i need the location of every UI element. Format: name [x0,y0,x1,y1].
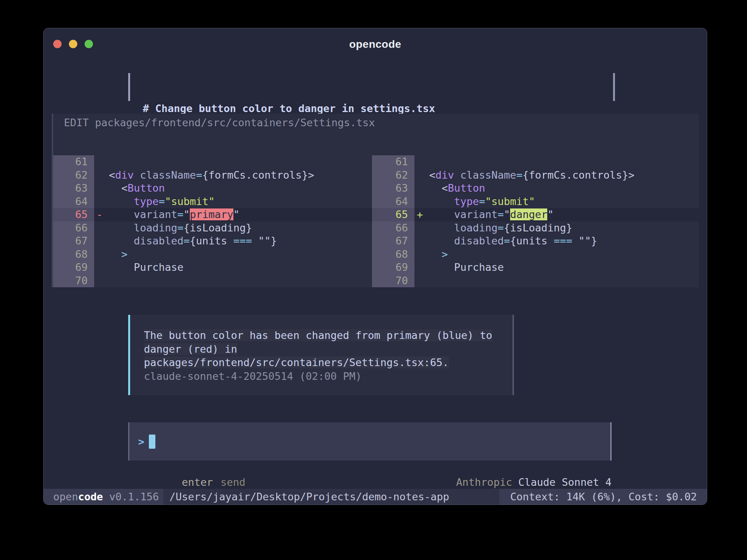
line-number: 62 [53,169,94,182]
code-line: type="submit" [414,195,699,208]
diff-row: 70 [53,274,372,288]
text-cursor [149,435,155,449]
diff-row: 69 Purchase [53,261,372,274]
code-line: <Button [414,182,699,195]
code-line [414,155,699,169]
line-number: 62 [372,169,414,182]
enter-key-hint: enter [182,476,213,488]
line-number: 69 [53,261,94,274]
screen: opencode # Change button color to danger… [0,0,747,560]
model-label: Claude Sonnet 4 [518,476,612,488]
message-line: danger (red) in [144,342,512,356]
code-line: disabled={units === ""} [94,234,372,248]
code-line: <div className={formCs.controls}> [414,169,699,182]
user-prompt-block: # Change button color to danger in setti… [128,73,615,101]
diff-row: 61 [372,155,699,169]
prompt-left-bar [128,73,130,101]
diff-row: 63 <Button [372,182,699,195]
prompt-right-bar [613,73,615,101]
code-line: loading={isLoading} [94,221,372,235]
line-number: 63 [372,182,414,195]
edit-file-header: EDIT packages/frontend/src/containers/Se… [64,117,375,129]
line-number: 68 [53,248,94,261]
diff-row: 69 Purchase [372,261,699,274]
code-line: Purchase [94,261,372,274]
line-number: 65 [372,208,414,221]
line-number: 67 [372,234,414,248]
chat-input[interactable]: > [128,422,612,461]
line-number: 70 [53,274,94,288]
diff-pane-left: 6162 <div className={formCs.controls}>63… [53,155,372,287]
line-number: 63 [53,182,94,195]
send-action-hint: send [220,476,245,488]
diff-row: 67 disabled={units === ""} [372,234,699,248]
diff-row: 66 loading={isLoading} [53,221,372,235]
app-version: opencode v0.1.156 [44,489,163,505]
model-timestamp: claude-sonnet-4-20250514 (02:00 PM) [144,370,512,383]
diff-row: 70 [372,274,699,288]
code-line: > [94,248,372,261]
code-line [414,274,699,288]
diff-row: 62 <div className={formCs.controls}> [53,169,372,182]
line-number: 66 [372,221,414,235]
line-number: 69 [372,261,414,274]
diff-view: 6162 <div className={formCs.controls}>63… [53,155,699,287]
assistant-message: The button color has been changed from p… [128,315,514,395]
code-line: <div className={formCs.controls}> [94,169,372,182]
code-line: <Button [94,182,372,195]
diff-row: 68 > [372,248,699,261]
line-number: 61 [53,155,94,169]
line-number: 64 [372,195,414,208]
line-number: 65 [53,208,94,221]
diff-row: 62 <div className={formCs.controls}> [372,169,699,182]
assistant-message-text: The button color has been changed from p… [144,329,512,370]
diff-row: 65- variant="primary" [53,208,372,221]
code-line: type="submit" [94,195,372,208]
window-title: opencode [44,38,707,50]
diff-row: 67 disabled={units === ""} [53,234,372,248]
diff-row: 65+ variant="danger" [372,208,699,221]
diff-row: 61 [53,155,372,169]
line-number: 61 [372,155,414,169]
code-line [94,155,372,169]
input-prompt-char: > [138,436,144,448]
code-line: loading={isLoading} [414,221,699,235]
message-line: The button color has been changed from p… [144,329,512,342]
context-cost: Context: 14K (6%), Cost: $0.02 [499,489,707,505]
app-window: opencode # Change button color to danger… [43,28,707,505]
diff-row: 63 <Button [53,182,372,195]
diff-row: 68 > [53,248,372,261]
line-number: 66 [53,221,94,235]
code-line: - variant="primary" [94,208,372,221]
status-bar: opencode v0.1.156 /Users/jayair/Desktop/… [44,489,707,505]
code-line: > [414,248,699,261]
diff-row: 66 loading={isLoading} [372,221,699,235]
code-line: Purchase [414,261,699,274]
diff-pane-right: 6162 <div className={formCs.controls}>63… [372,155,699,287]
code-line: disabled={units === ""} [414,234,699,248]
working-directory: /Users/jayair/Desktop/Projects/demo-note… [163,489,499,505]
provider-label: Anthropic [456,476,512,488]
code-line [94,274,372,288]
line-number: 64 [53,195,94,208]
line-number: 68 [372,248,414,261]
message-line: packages/frontend/src/containers/Setting… [144,356,512,370]
code-line: + variant="danger" [414,208,699,221]
line-number: 70 [372,274,414,288]
edit-tool-panel: EDIT packages/frontend/src/containers/Se… [52,114,699,287]
diff-row: 64 type="submit" [372,195,699,208]
line-number: 67 [53,234,94,248]
diff-row: 64 type="submit" [53,195,372,208]
